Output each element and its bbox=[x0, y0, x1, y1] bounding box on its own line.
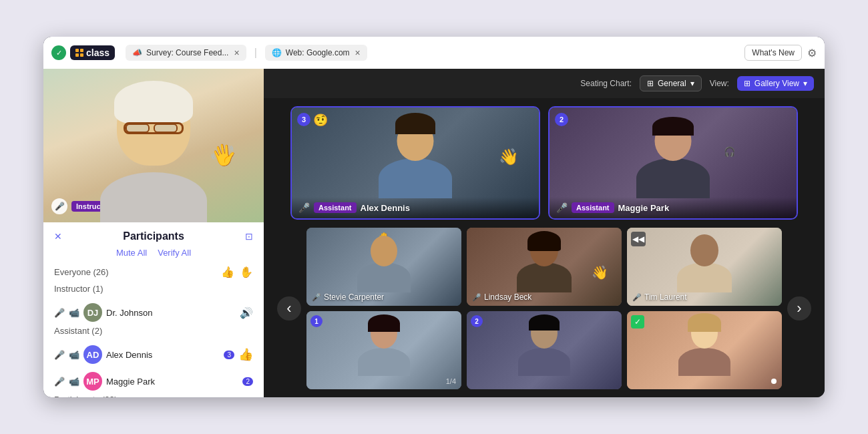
instructor-avatar: DJ bbox=[83, 303, 102, 322]
instructor-section-label: Instructor (1) bbox=[54, 284, 103, 294]
person4-bg bbox=[306, 311, 461, 389]
stevie-label: 🎤 Stevie Carpenter bbox=[312, 292, 384, 302]
alex-featured-label: 🎤 Assistant Alex Dennis bbox=[292, 197, 539, 218]
maggie-video-icon[interactable]: 📹 bbox=[69, 377, 79, 387]
gallery-grid-section: ‹ ✋ 🎤 Stevie Carpenter bbox=[264, 228, 825, 397]
alex-emoji: 🤨 bbox=[313, 113, 328, 128]
maggie-body bbox=[636, 158, 710, 198]
featured-alex-card: 👋 3 🤨 🎤 Assistant Alex Dennis bbox=[290, 106, 540, 220]
tab-divider: | bbox=[254, 47, 257, 59]
alex-name: Alex Dennis bbox=[106, 350, 217, 360]
logo-area: ✓ class bbox=[51, 45, 115, 60]
logo-squares bbox=[75, 49, 83, 57]
mic-icon: 🎤 bbox=[51, 198, 67, 214]
instructor-participant-item: 🎤 📹 DJ Dr. Johnson 🔊 bbox=[54, 299, 253, 326]
alex-featured-name: Alex Dennis bbox=[361, 203, 410, 213]
gallery-grid-icon: ⊞ bbox=[744, 79, 750, 88]
class-logo: class bbox=[70, 45, 115, 60]
lindsay-label: 🎤 Lindsay Beck bbox=[472, 292, 531, 302]
maggie-mic-label-icon: 🎤 bbox=[556, 202, 568, 213]
tim-label: 🎤 Tim Laurent bbox=[632, 292, 687, 302]
grid-icon: ⊞ bbox=[647, 79, 654, 88]
maggie-message-count: 2 bbox=[555, 113, 568, 126]
mute-all-button[interactable]: Mute All bbox=[116, 248, 147, 258]
alex-avatar-image: AD bbox=[83, 345, 102, 364]
maggie-earphones: 🎧 bbox=[724, 146, 735, 157]
participants-header: ✕ Participants ⊡ bbox=[54, 230, 253, 242]
page-indicator-1: 1/4 bbox=[446, 377, 456, 385]
instructor-section-header: Instructor (1) bbox=[54, 284, 253, 294]
gear-icon[interactable]: ⚙ bbox=[807, 47, 817, 59]
person6-body bbox=[678, 348, 730, 376]
gallery-grid: ✋ 🎤 Stevie Carpenter 👋 bbox=[306, 228, 782, 389]
alex-mic-label-icon: 🎤 bbox=[298, 202, 310, 213]
chevron-down-icon: ▾ bbox=[690, 79, 694, 88]
gallery-card-lindsay: 👋 🎤 Lindsay Beck bbox=[467, 228, 622, 306]
person6-dot-indicator bbox=[771, 379, 777, 384]
seating-chart-value: General bbox=[658, 79, 686, 88]
verify-all-button[interactable]: Verify All bbox=[158, 248, 191, 258]
maggie-mic-icon[interactable]: 🎤 bbox=[54, 377, 65, 387]
whats-new-button[interactable]: What's New bbox=[744, 45, 802, 61]
gallery-view-label: Gallery View bbox=[754, 79, 799, 88]
alex-status-icon: 👍 bbox=[238, 347, 253, 362]
tab-web-close[interactable]: × bbox=[355, 47, 361, 58]
close-participants-button[interactable]: ✕ bbox=[54, 231, 62, 242]
person4-badge: 1 bbox=[310, 315, 322, 327]
featured-participants-row: 👋 3 🤨 🎤 Assistant Alex Dennis bbox=[264, 98, 825, 228]
hand-icon[interactable]: ✋ bbox=[240, 266, 253, 278]
everyone-label: Everyone (26) bbox=[54, 267, 109, 277]
stevie-name: Stevie Carpenter bbox=[324, 292, 384, 302]
tab-web-label: Web: Google.com bbox=[286, 48, 350, 57]
tab-survey[interactable]: 📣 Survey: Course Feed... × bbox=[126, 45, 246, 61]
seating-chart-select[interactable]: ⊞ General ▾ bbox=[640, 75, 702, 91]
tab-survey-icon: 📣 bbox=[132, 48, 142, 57]
tab-web[interactable]: 🌐 Web: Google.com × bbox=[265, 45, 367, 61]
person6-check-badge: ✓ bbox=[631, 315, 644, 329]
tim-rewind-icon[interactable]: ◀◀ bbox=[631, 232, 646, 246]
person5-body bbox=[518, 348, 570, 376]
expand-participants-button[interactable]: ⊡ bbox=[245, 231, 253, 242]
stevie-head bbox=[371, 236, 397, 266]
maggie-role-badge: Assistant bbox=[572, 202, 614, 213]
maggie-badge: 2 bbox=[242, 377, 253, 386]
tim-head bbox=[690, 234, 718, 266]
main-content: 👋 🎤 Instructor Dr. Johnson ✕ Participant… bbox=[43, 69, 825, 397]
gallery-card-person5: 2 bbox=[467, 311, 622, 389]
instructor-avatar-image: DJ bbox=[83, 303, 102, 322]
maggie-hair bbox=[652, 117, 694, 136]
seating-chart-label: Seating Chart: bbox=[580, 79, 632, 88]
toolbar: ✓ class 📣 Survey: Course Feed... × | 🌐 W… bbox=[43, 37, 825, 69]
alex-role-badge: Assistant bbox=[314, 202, 357, 213]
person6-bg bbox=[627, 311, 782, 389]
view-label: View: bbox=[710, 79, 729, 88]
gallery-view-button[interactable]: ⊞ Gallery View ▾ bbox=[737, 76, 814, 91]
assistant-section-header: Assistant (2) bbox=[54, 326, 253, 336]
tim-mic-icon: 🎤 bbox=[632, 293, 642, 302]
lindsay-name: Lindsay Beck bbox=[484, 292, 531, 302]
next-page-button[interactable]: › bbox=[787, 296, 811, 320]
thumbs-up-icon[interactable]: 👍 bbox=[221, 266, 234, 278]
tim-name: Tim Laurent bbox=[644, 292, 687, 302]
lindsay-wave: 👋 bbox=[592, 264, 608, 280]
gallery-toolbar: Seating Chart: ⊞ General ▾ View: ⊞ Galle… bbox=[264, 69, 825, 98]
assistant-section-label: Assistant (2) bbox=[54, 326, 102, 336]
tab-survey-close[interactable]: × bbox=[234, 47, 239, 58]
prev-page-button[interactable]: ‹ bbox=[277, 296, 301, 320]
person4-body bbox=[358, 348, 410, 376]
participants-section-label: Participants (23) bbox=[54, 395, 118, 397]
participant-video-icon[interactable]: 📹 bbox=[69, 308, 79, 318]
instructor-speaking-icon: 🔊 bbox=[240, 306, 253, 319]
alex-mic-icon[interactable]: 🎤 bbox=[54, 350, 65, 360]
maggie-name: Maggie Park bbox=[106, 377, 236, 387]
person5-badge: 2 bbox=[471, 315, 483, 327]
alex-video-icon[interactable]: 📹 bbox=[69, 350, 79, 360]
instructor-video: 👋 🎤 Instructor Dr. Johnson bbox=[43, 69, 264, 222]
alex-participant-item: 🎤 📹 AD Alex Dennis 3 👍 bbox=[54, 341, 253, 368]
person6-hair bbox=[688, 313, 721, 332]
gallery-card-person6: ✓ bbox=[627, 311, 782, 389]
tab-survey-label: Survey: Course Feed... bbox=[146, 48, 228, 57]
participant-mic-icon[interactable]: 🎤 bbox=[54, 308, 65, 318]
gallery-panel: Seating Chart: ⊞ General ▾ View: ⊞ Galle… bbox=[264, 69, 825, 397]
lindsay-body bbox=[517, 262, 572, 292]
